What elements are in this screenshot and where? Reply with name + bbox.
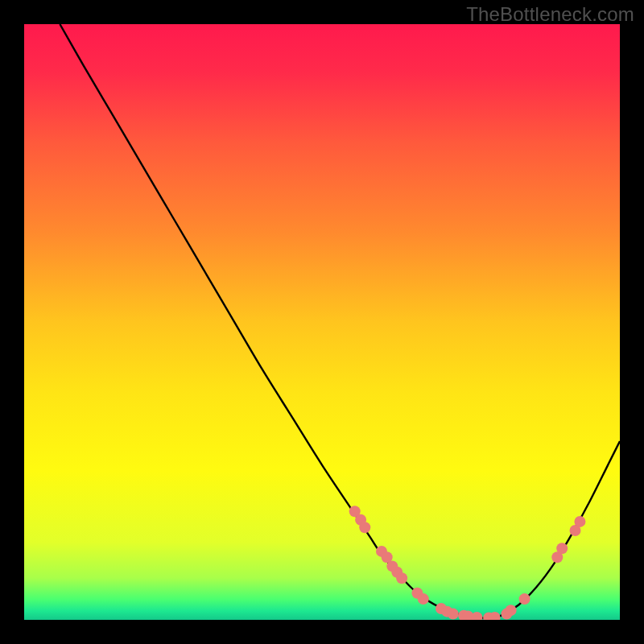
chart-frame [24, 24, 620, 620]
data-marker [418, 593, 429, 605]
data-marker [471, 612, 482, 620]
bottleneck-curve [60, 24, 620, 618]
data-markers [349, 506, 586, 620]
plot-layer [24, 24, 620, 620]
data-marker [506, 605, 517, 616]
data-marker [556, 543, 568, 554]
data-marker [359, 522, 370, 533]
data-marker [396, 572, 407, 584]
data-marker [519, 593, 530, 605]
watermark-text: TheBottleneck.com [466, 3, 634, 26]
data-marker [574, 516, 585, 527]
data-marker [448, 609, 459, 620]
